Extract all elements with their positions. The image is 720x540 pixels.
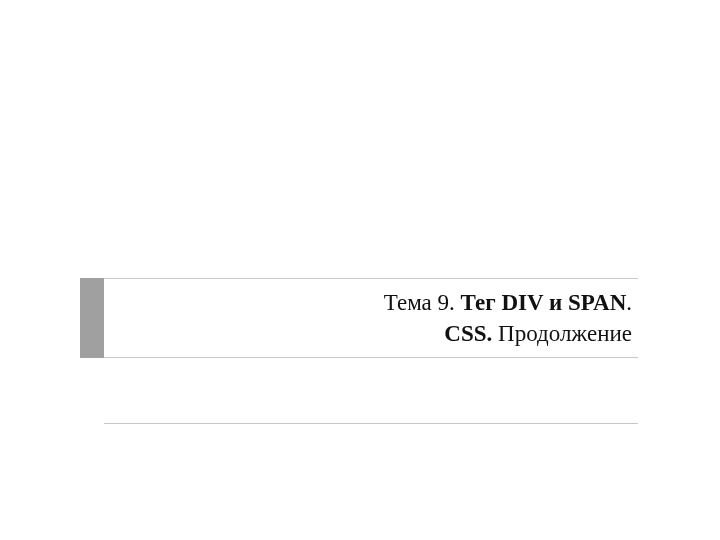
title-bold-1: Тег DIV и SPAN <box>461 290 627 315</box>
subtitle-placeholder <box>104 358 638 424</box>
slide-title: Тема 9. Тег DIV и SPAN. CSS. Продолжение <box>104 278 638 358</box>
title-line2-bold: CSS. <box>444 321 498 346</box>
title-row: Тема 9. Тег DIV и SPAN. CSS. Продолжение <box>80 278 638 358</box>
accent-bar <box>80 278 104 358</box>
subtitle-spacer <box>80 358 104 424</box>
title-dot: . <box>626 290 632 315</box>
subtitle-row <box>80 358 638 424</box>
slide-content: Тема 9. Тег DIV и SPAN. CSS. Продолжение <box>80 278 638 424</box>
title-prefix: Тема 9. <box>384 290 461 315</box>
title-line2-rest: Продолжение <box>498 321 632 346</box>
